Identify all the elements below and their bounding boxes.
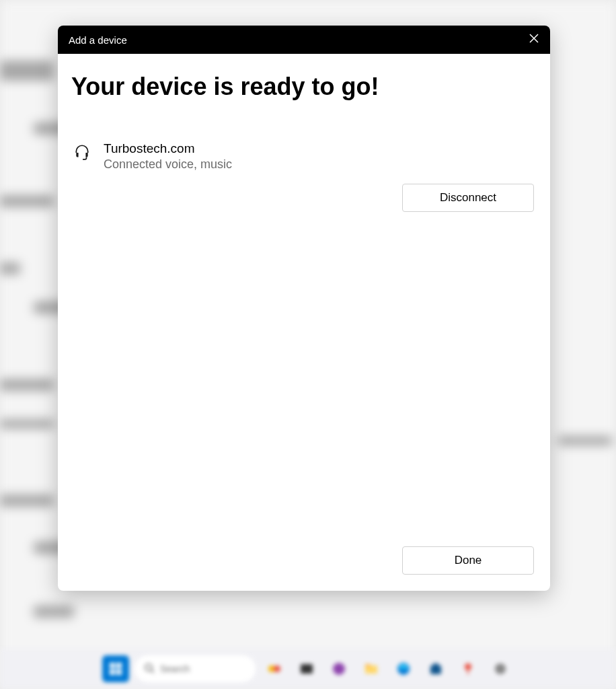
device-name: Turbostech.com xyxy=(104,141,232,156)
headset-icon xyxy=(73,143,91,161)
taskbar-store-icon[interactable] xyxy=(422,655,449,682)
taskbar-app-icon[interactable] xyxy=(293,655,320,682)
svg-rect-3 xyxy=(116,669,122,675)
taskbar-explorer-icon[interactable] xyxy=(358,655,385,682)
start-button[interactable] xyxy=(102,655,129,682)
device-info: Turbostech.com Connected voice, music xyxy=(104,141,232,172)
svg-point-14 xyxy=(465,663,471,670)
svg-rect-13 xyxy=(433,663,438,666)
close-button[interactable] xyxy=(525,30,543,49)
dialog-body: Your device is ready to go! Turbostech.c… xyxy=(58,54,550,591)
dialog-headline: Your device is ready to go! xyxy=(71,73,537,101)
done-button[interactable]: Done xyxy=(402,546,534,575)
svg-rect-15 xyxy=(467,669,469,674)
add-device-dialog: Add a device Your device is ready to go!… xyxy=(58,26,550,591)
svg-rect-12 xyxy=(430,665,441,674)
taskbar-app-icon[interactable] xyxy=(487,655,514,682)
search-icon xyxy=(144,663,155,676)
taskbar-widget-icon[interactable] xyxy=(261,655,288,682)
device-status: Connected voice, music xyxy=(104,157,232,172)
svg-rect-10 xyxy=(365,664,371,667)
svg-rect-2 xyxy=(110,669,115,675)
dialog-title: Add a device xyxy=(69,34,127,46)
svg-rect-1 xyxy=(116,663,122,668)
taskbar: Search xyxy=(0,649,616,689)
taskbar-search[interactable]: Search xyxy=(134,655,256,682)
svg-point-8 xyxy=(333,663,345,675)
svg-point-4 xyxy=(145,664,152,671)
search-placeholder: Search xyxy=(160,663,190,674)
taskbar-app-icon[interactable] xyxy=(325,655,352,682)
device-row: Turbostech.com Connected voice, music xyxy=(73,141,537,172)
svg-rect-7 xyxy=(301,664,313,674)
svg-point-16 xyxy=(495,663,506,674)
close-icon xyxy=(529,34,539,46)
taskbar-edge-icon[interactable] xyxy=(390,655,417,682)
svg-point-6 xyxy=(274,665,280,672)
disconnect-button[interactable]: Disconnect xyxy=(402,184,534,212)
dialog-header: Add a device xyxy=(58,26,550,54)
taskbar-app-icon[interactable] xyxy=(455,655,482,682)
svg-rect-0 xyxy=(110,663,115,668)
